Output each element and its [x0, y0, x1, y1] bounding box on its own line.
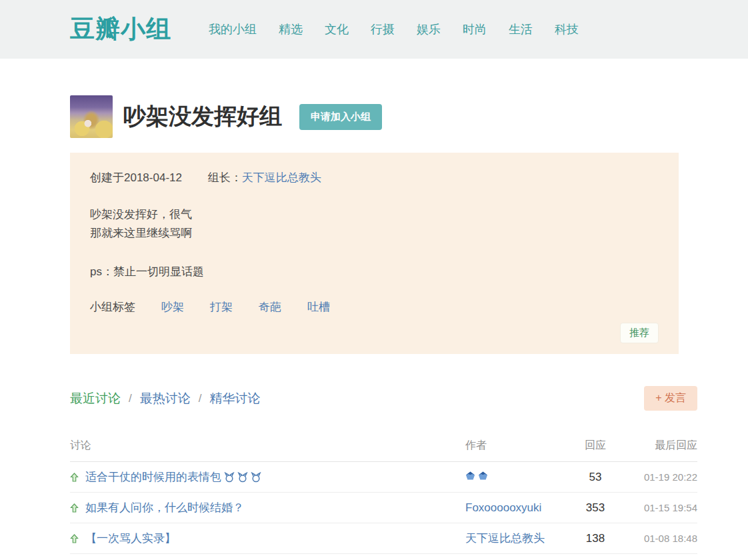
group-header: 吵架没发挥好组 申请加入小组: [70, 95, 697, 138]
topic-title-link[interactable]: 如果有人问你，什么时候结婚？: [85, 500, 244, 515]
new-post-button[interactable]: + 发言: [644, 386, 697, 411]
group-owner-label: 组长：: [208, 171, 242, 184]
group-meta-line: 创建于2018-04-12 组长：天下逗比总教头: [90, 170, 659, 185]
nav-item-6[interactable]: 生活: [509, 21, 533, 37]
gem-icon: [465, 471, 475, 481]
recommend-button[interactable]: 推荐: [620, 323, 659, 343]
group-tag-link[interactable]: 打架: [210, 299, 233, 315]
group-description-line: 吵架没发挥好，很气: [90, 205, 659, 224]
group-tags-row: 小组标签 吵架打架奇葩吐槽: [90, 299, 659, 315]
group-tags: 吵架打架奇葩吐槽: [135, 299, 330, 315]
nav-item-2[interactable]: 文化: [325, 21, 349, 37]
join-group-button[interactable]: 申请加入小组: [299, 104, 382, 130]
douban-groups-logo[interactable]: 豆瓣小组: [70, 13, 171, 46]
topic-title-text: 【一次骂人实录】: [85, 531, 176, 546]
author-cell: [465, 471, 565, 484]
reply-count: 353: [565, 501, 625, 515]
topic-title-link[interactable]: 适合干仗的时候用的表情包: [85, 469, 261, 485]
nav-item-0[interactable]: 我的小组: [209, 21, 257, 37]
last-reply-time: 01-15 19:54: [625, 502, 697, 513]
discussion-tabs: 最近讨论/最热讨论/精华讨论: [70, 390, 260, 407]
topic-title-text: 适合干仗的时候用的表情包: [85, 469, 221, 485]
group-avatar[interactable]: [70, 95, 113, 138]
group-description-ps: ps：禁止一切明显话题: [90, 264, 659, 279]
reply-count: 53: [565, 471, 625, 484]
topic-title-link[interactable]: 【一次骂人实录】: [85, 531, 176, 546]
group-description-line: 那就来这里继续骂啊: [90, 224, 659, 243]
group-owner-link[interactable]: 天下逗比总教头: [242, 171, 321, 184]
topic-rows: 适合干仗的时候用的表情包5301-19 20:22如果有人问你，什么时候结婚？F…: [70, 462, 697, 554]
last-reply-time: 01-08 18:48: [625, 533, 697, 544]
nav-item-7[interactable]: 科技: [555, 21, 579, 37]
column-header-replies: 回应: [565, 439, 625, 453]
discussion-tab-1[interactable]: 最热讨论: [140, 390, 191, 407]
nav-item-3[interactable]: 行摄: [371, 21, 395, 37]
topic-author-link[interactable]: Foxoooooxyuki: [465, 501, 541, 514]
up-arrow-icon: [70, 534, 79, 543]
topic-title-text: 如果有人问你，什么时候结婚？: [85, 500, 244, 515]
group-tag-link[interactable]: 吵架: [161, 299, 184, 315]
topic-row: 如果有人问你，什么时候结婚？Foxoooooxyuki35301-15 19:5…: [70, 493, 697, 523]
column-header-topic: 讨论: [70, 439, 465, 453]
top-navigation-bar: 豆瓣小组 我的小组精选文化行摄娱乐时尚生活科技: [0, 0, 748, 59]
topic-row: 【一次骂人实录】天下逗比总教头13801-08 18:48: [70, 523, 697, 554]
tab-separator: /: [199, 392, 202, 405]
nav-item-4[interactable]: 娱乐: [417, 21, 441, 37]
discussion-tab-2[interactable]: 精华讨论: [209, 390, 260, 407]
reply-count: 138: [565, 532, 625, 545]
topic-table: 讨论 作者 回应 最后回应 适合干仗的时候用的表情包5301-19 20:22如…: [70, 439, 697, 554]
recommend-row: 推荐: [90, 323, 659, 343]
group-info-panel: 创建于2018-04-12 组长：天下逗比总教头 吵架没发挥好，很气 那就来这里…: [70, 153, 679, 354]
nav-item-5[interactable]: 时尚: [463, 21, 487, 37]
group-tags-label: 小组标签: [90, 299, 135, 315]
topic-cell: 适合干仗的时候用的表情包: [70, 469, 465, 485]
nav-item-1[interactable]: 精选: [279, 21, 303, 37]
column-header-last-reply: 最后回应: [625, 439, 697, 453]
topic-cell: 如果有人问你，什么时候结婚？: [70, 500, 465, 515]
group-description: 吵架没发挥好，很气 那就来这里继续骂啊: [90, 205, 659, 243]
author-cell: Foxoooooxyuki: [465, 501, 565, 515]
up-arrow-icon: [70, 503, 79, 513]
rabbit-face-icon: [237, 472, 248, 483]
topic-table-header: 讨论 作者 回应 最后回应: [70, 439, 697, 462]
up-arrow-icon: [70, 473, 79, 482]
group-title: 吵架没发挥好组: [123, 101, 282, 132]
rabbit-face-icon: [224, 472, 235, 483]
discussion-tabs-bar: 最近讨论/最热讨论/精华讨论 + 发言: [70, 386, 697, 411]
rabbit-face-icon: [251, 472, 261, 483]
topic-author-link[interactable]: [465, 471, 488, 481]
topic-cell: 【一次骂人实录】: [70, 531, 465, 546]
topic-row: 适合干仗的时候用的表情包5301-19 20:22: [70, 462, 697, 493]
group-created-date: 创建于2018-04-12: [90, 171, 182, 184]
group-tag-link[interactable]: 奇葩: [259, 299, 281, 315]
group-tag-link[interactable]: 吐槽: [307, 299, 330, 315]
column-header-author: 作者: [465, 439, 565, 453]
tab-separator: /: [129, 392, 132, 405]
author-cell: 天下逗比总教头: [465, 531, 565, 546]
main-content: 吵架没发挥好组 申请加入小组 创建于2018-04-12 组长：天下逗比总教头 …: [70, 95, 697, 554]
topic-author-link[interactable]: 天下逗比总教头: [465, 532, 545, 545]
gem-icon: [478, 471, 488, 481]
top-nav-links: 我的小组精选文化行摄娱乐时尚生活科技: [209, 21, 579, 37]
last-reply-time: 01-19 20:22: [625, 471, 697, 483]
discussion-tab-0[interactable]: 最近讨论: [70, 390, 121, 407]
